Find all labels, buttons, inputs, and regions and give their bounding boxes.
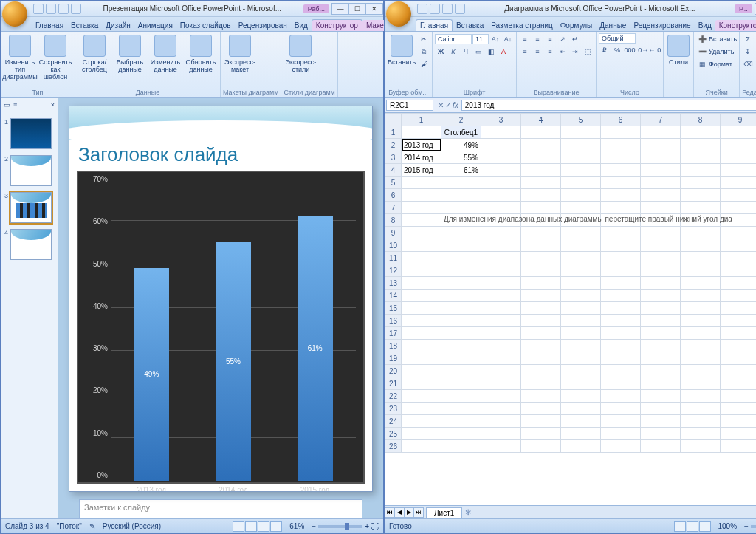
cell[interactable] (521, 151, 561, 164)
bold-icon[interactable]: Ж (435, 46, 447, 58)
cell[interactable] (561, 202, 601, 214)
cell[interactable] (441, 227, 481, 239)
cell[interactable] (641, 352, 681, 365)
copy-icon[interactable]: ⧉ (418, 46, 430, 58)
cell[interactable] (561, 177, 601, 189)
orientation-icon[interactable]: ↗ (557, 33, 568, 45)
cell[interactable] (561, 415, 601, 428)
cell[interactable] (641, 239, 681, 252)
cell[interactable] (601, 403, 641, 415)
close-button[interactable]: ✕ (365, 3, 383, 15)
cell[interactable] (601, 164, 641, 177)
cell[interactable] (721, 365, 757, 377)
cell[interactable] (402, 390, 441, 403)
cell[interactable] (601, 177, 641, 189)
cell[interactable] (681, 390, 721, 403)
cell[interactable] (521, 252, 561, 264)
fx-cancel-icon[interactable]: ✕ (438, 101, 444, 109)
refresh-data-button[interactable]: Обновить данные (184, 33, 218, 75)
chart-bar[interactable]: 49% (134, 268, 169, 481)
format-painter-icon[interactable]: 🖌 (418, 58, 430, 70)
tab-slideshow[interactable]: Показ слайдов (176, 20, 235, 31)
cell[interactable] (561, 352, 601, 365)
row-header[interactable]: 13 (385, 277, 402, 290)
cell[interactable] (681, 327, 721, 340)
chart-bar[interactable]: 61% (298, 216, 333, 481)
col-header[interactable]: 8 (681, 114, 721, 126)
cell[interactable] (402, 327, 441, 340)
cell[interactable] (481, 403, 521, 415)
fx-icon[interactable]: fx (453, 101, 458, 109)
row-header[interactable]: 15 (385, 302, 402, 315)
cell[interactable] (601, 428, 641, 440)
italic-icon[interactable]: К (447, 46, 459, 58)
cell[interactable] (561, 239, 601, 252)
font-size-select[interactable]: 11 (472, 34, 489, 44)
panel-close-icon[interactable]: × (51, 101, 55, 109)
dec-decimal-icon[interactable]: ←.0 (649, 44, 661, 56)
fit-icon[interactable]: ⛶ (371, 522, 379, 530)
font-color-icon[interactable]: A (498, 46, 509, 58)
cell[interactable] (402, 428, 441, 440)
paste-button[interactable]: Вставить (387, 33, 416, 67)
cell[interactable] (521, 202, 561, 214)
row-header[interactable]: 20 (385, 365, 402, 377)
cell[interactable] (561, 377, 601, 390)
select-data-button[interactable]: Выбрать данные (113, 33, 147, 75)
cell[interactable] (481, 352, 521, 365)
cell[interactable] (481, 227, 521, 239)
fx-accept-icon[interactable]: ✓ (445, 101, 451, 109)
cell[interactable] (601, 227, 641, 239)
cell[interactable] (721, 428, 757, 440)
cell[interactable] (441, 277, 481, 290)
sheet-nav-prev-icon[interactable]: ◀ (394, 507, 405, 518)
cell[interactable] (521, 428, 561, 440)
cell[interactable] (521, 340, 561, 352)
cell[interactable] (721, 403, 757, 415)
row-header[interactable]: 7 (385, 202, 402, 214)
cell[interactable] (402, 302, 441, 315)
quick-layout-button[interactable]: Экспресс-макет (223, 33, 257, 75)
cell[interactable] (681, 428, 721, 440)
cell[interactable] (441, 440, 481, 453)
indent-inc-icon[interactable]: ⇥ (569, 46, 581, 58)
merge-icon[interactable]: ⬚ (582, 46, 594, 58)
cell[interactable] (721, 377, 757, 390)
cell[interactable] (721, 327, 757, 340)
cell[interactable] (521, 390, 561, 403)
col-header[interactable]: 4 (521, 114, 561, 126)
underline-icon[interactable]: Ч (460, 46, 472, 58)
row-header[interactable]: 26 (385, 440, 402, 453)
qat-redo-icon[interactable] (442, 4, 453, 14)
cell[interactable] (721, 202, 757, 214)
cell[interactable] (681, 189, 721, 202)
tab-view[interactable]: Вид (695, 20, 715, 31)
cell[interactable] (481, 428, 521, 440)
cell[interactable] (402, 377, 441, 390)
tab-home[interactable]: Главная (416, 19, 453, 31)
current-slide[interactable]: Заголовок слайда 0%10%20%30%40%50%60%70%… (69, 106, 373, 492)
cell[interactable] (641, 390, 681, 403)
cell[interactable] (441, 377, 481, 390)
cell[interactable] (441, 428, 481, 440)
new-sheet-icon[interactable]: ✻ (465, 508, 471, 516)
cell[interactable] (681, 139, 721, 151)
row-header[interactable]: 23 (385, 403, 402, 415)
cell[interactable] (441, 189, 481, 202)
align-middle-icon[interactable]: ≡ (532, 33, 543, 45)
cell[interactable] (601, 277, 641, 290)
wrap-text-icon[interactable]: ↵ (569, 33, 581, 45)
tab-view[interactable]: Вид (291, 20, 312, 31)
cell[interactable] (601, 302, 641, 315)
cell[interactable] (681, 340, 721, 352)
zoom-percent[interactable]: 100% (718, 522, 738, 530)
row-header[interactable]: 18 (385, 340, 402, 352)
maximize-button[interactable]: ☐ (348, 3, 366, 15)
cell[interactable] (641, 177, 681, 189)
cell[interactable] (561, 327, 601, 340)
cell[interactable] (641, 139, 681, 151)
cell[interactable] (481, 164, 521, 177)
row-header[interactable]: 2 (385, 139, 402, 151)
cell[interactable] (441, 315, 481, 327)
cell[interactable] (561, 264, 601, 277)
